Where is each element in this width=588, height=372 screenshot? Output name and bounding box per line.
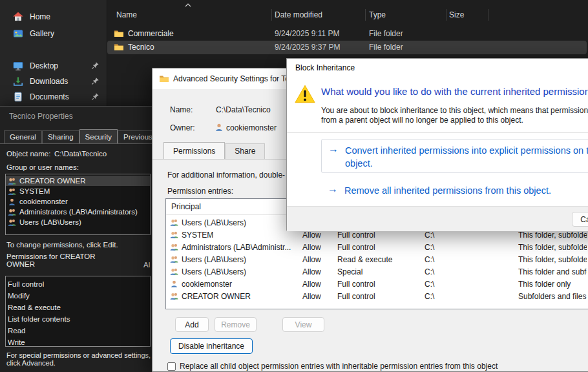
disable-inheritance-button[interactable]: Disable inheritance [170, 338, 253, 354]
table-row[interactable]: Administrators (LAB\Administr... Allow F… [166, 241, 588, 253]
object-name-value: C:\Data\Tecnico [54, 150, 107, 158]
permission-item[interactable]: Read [6, 325, 150, 336]
table-row[interactable]: cookiemonster Allow Full control C:\ Thi… [166, 278, 588, 290]
user-icon [170, 280, 178, 288]
screenshot-stage: Home Gallery Desktop Downloads Documents [0, 0, 588, 372]
sidebar-item-label: Desktop [30, 61, 58, 70]
documents-icon [13, 92, 23, 102]
group-icon [8, 218, 16, 227]
column-header-name[interactable]: Name [116, 10, 137, 19]
cell-applies-to: This folder, subfolde... [518, 243, 587, 252]
owner-value: cookiemonster [226, 123, 277, 132]
remove-button[interactable]: Remove [215, 317, 257, 332]
properties-dialog: Tecnico Properties General Sharing Secur… [0, 106, 156, 372]
tab-permissions[interactable]: Permissions [163, 142, 225, 159]
principal-name: SYSTEM [19, 187, 50, 195]
pin-icon [91, 92, 100, 101]
permission-item[interactable]: Modify [6, 290, 150, 302]
group-icon [170, 218, 178, 227]
list-item-creator-owner[interactable]: CREATOR OWNER [6, 176, 150, 186]
downloads-icon [13, 76, 23, 87]
replace-permissions-checkbox[interactable] [167, 362, 176, 371]
add-button[interactable]: Add [175, 317, 209, 332]
column-separator[interactable] [271, 9, 272, 21]
file-date-modified: 9/24/2025 9:11 PM [275, 29, 340, 38]
sidebar-item-home[interactable]: Home [0, 9, 107, 25]
cell-principal: Users (LAB\Users) [182, 255, 300, 264]
group-icon [8, 187, 16, 196]
tab-general[interactable]: General [4, 130, 42, 143]
list-item-administrators[interactable]: Administrators (LAB\Administrators) [6, 207, 150, 217]
sidebar-item-label: Gallery [30, 29, 54, 38]
file-row-commerciale[interactable]: Commerciale 9/24/2025 9:11 PM File folde… [107, 27, 587, 41]
user-icon [8, 198, 16, 206]
command-link-label: Convert inherited permissions into expli… [345, 144, 588, 170]
tab-previous-versions[interactable]: Previous Version [118, 130, 156, 143]
cell-principal: Users (LAB\Users) [182, 218, 300, 227]
file-row-tecnico-selected[interactable]: Tecnico 9/24/2025 9:37 PM File folder [107, 41, 587, 54]
folder-icon [114, 42, 124, 52]
cancel-button[interactable]: Cancel [572, 212, 588, 227]
cell-principal: Administrators (LAB\Administr... [182, 243, 300, 252]
principal-name: Users (LAB\Users) [19, 218, 81, 226]
cell-applies-to: This folder only [518, 280, 587, 289]
cell-applies-to: This folder, subfolde... [518, 255, 587, 264]
list-item-cookiemonster[interactable]: cookiemonster [6, 196, 150, 207]
command-arrow-icon: → [328, 143, 339, 155]
permission-item[interactable]: Full control [6, 278, 150, 290]
command-link-convert-permissions[interactable]: → Convert inherited permissions into exp… [321, 139, 588, 173]
dialog-title: Block Inheritance [295, 63, 355, 72]
column-header-date-modified[interactable]: Date modified [275, 10, 322, 19]
column-separator[interactable] [488, 9, 488, 21]
column-header-size[interactable]: Size [449, 10, 464, 19]
permission-item[interactable]: List folder contents [6, 313, 150, 325]
cell-type: Allow [302, 267, 321, 276]
cell-inherited-from: C:\ [425, 243, 434, 252]
list-item-system[interactable]: SYSTEM [6, 186, 150, 196]
group-icon [170, 292, 178, 300]
permission-item[interactable]: Write [6, 336, 150, 347]
column-separator[interactable] [365, 9, 366, 21]
warning-icon [295, 85, 315, 103]
divider [287, 132, 588, 133]
column-header-type[interactable]: Type [369, 10, 386, 19]
tab-share[interactable]: Share [225, 143, 265, 159]
sidebar-item-downloads[interactable]: Downloads [0, 74, 107, 89]
sidebar-item-desktop[interactable]: Desktop [0, 58, 107, 74]
permission-item[interactable]: Read & execute [6, 302, 150, 313]
group-icon [8, 208, 16, 216]
pin-icon [91, 61, 100, 70]
cell-access: Full control [337, 292, 375, 301]
permission-label: Modify [8, 292, 30, 300]
owner-label: Owner: [170, 123, 195, 132]
tab-security[interactable]: Security [79, 129, 118, 143]
user-icon [215, 123, 224, 132]
file-name: Commerciale [128, 29, 174, 38]
principal-name: Administrators (LAB\Administrators) [19, 208, 138, 216]
sidebar-item-gallery[interactable]: Gallery [0, 26, 107, 41]
tab-sharing[interactable]: Sharing [42, 130, 79, 143]
permission-label: Full control [8, 280, 44, 288]
principal-name: cookiemonster [19, 198, 68, 205]
group-icon [170, 267, 178, 276]
group-user-list: CREATOR OWNER SYSTEM cookiemonster Admin… [5, 174, 151, 235]
sidebar-item-documents[interactable]: Documents [0, 89, 107, 105]
column-separator[interactable] [446, 9, 446, 21]
cell-principal: SYSTEM [182, 231, 300, 240]
list-item-users[interactable]: Users (LAB\Users) [6, 217, 150, 227]
column-header-principal[interactable]: Principal [171, 202, 201, 211]
group-icon [8, 177, 16, 185]
table-row[interactable]: CREATOR OWNER Allow Full control C:\ Sub… [166, 290, 588, 302]
home-icon [13, 12, 23, 22]
permission-label: Read & execute [8, 304, 61, 311]
object-name-label: Object name: [6, 150, 50, 158]
command-link-label: Remove all inherited permissions from th… [344, 184, 551, 197]
allow-column-header: Al [143, 261, 150, 269]
view-button[interactable]: View [282, 317, 324, 332]
cell-type: Allow [302, 243, 321, 252]
cell-principal: CREATOR OWNER [182, 292, 300, 301]
file-list-header: Name Date modified Type Size [107, 8, 588, 23]
table-row[interactable]: Users (LAB\Users) Allow Special C:\ This… [166, 265, 588, 278]
table-row[interactable]: Users (LAB\Users) Allow Read & execute C… [166, 253, 588, 265]
permissions-for-label: Permissions for CREATOR OWNER [6, 253, 110, 268]
